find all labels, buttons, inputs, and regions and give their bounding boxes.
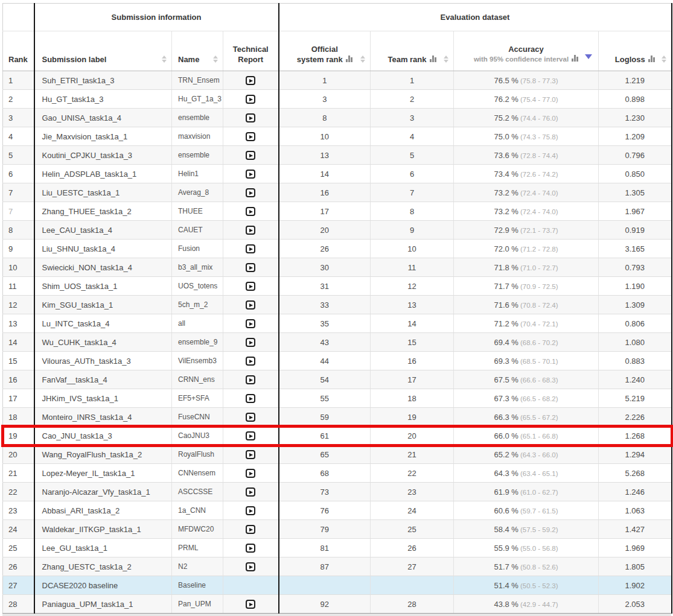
team-rank-cell — [371, 576, 454, 595]
technical-report-icon[interactable] — [246, 413, 255, 422]
technical-report-icon[interactable] — [246, 600, 255, 609]
technical-report-icon[interactable] — [246, 170, 255, 179]
column-header-logloss[interactable]: Logloss — [599, 31, 672, 71]
name-cell: TRN_Ensem — [172, 71, 223, 90]
official-system-rank-cell: 1 — [279, 71, 371, 90]
rank-cell: 22 — [3, 483, 34, 501]
submission-label-cell: Lu_INTC_task1a_4 — [34, 314, 172, 333]
accuracy-cell: 58.4 %(57.5 - 59.2) — [454, 520, 599, 539]
technical-report-icon[interactable] — [246, 525, 255, 534]
sort-descending-active-icon — [585, 54, 592, 59]
technical-report-icon[interactable] — [246, 244, 255, 253]
accuracy-cell: 55.9 %(55.0 - 56.8) — [454, 539, 599, 557]
technical-report-icon[interactable] — [246, 282, 255, 291]
submission-label-header-label: Submission label — [42, 55, 107, 64]
accuracy-cell: 76.2 %(75.4 - 77.0) — [454, 90, 599, 109]
technical-report-icon[interactable] — [246, 544, 255, 553]
official-system-rank-cell: 17 — [279, 202, 371, 221]
technical-report-icon[interactable] — [246, 487, 255, 497]
name-cell: Averag_8 — [172, 183, 223, 202]
team-rank-cell: 28 — [371, 595, 454, 614]
technical-report-cell — [223, 595, 279, 614]
confidence-interval: (72.4 - 74.0) — [520, 189, 558, 197]
accuracy-value: 43.8 % — [494, 600, 518, 609]
technical-report-icon[interactable] — [246, 375, 255, 384]
technical-report-icon[interactable] — [246, 226, 255, 235]
column-header-official-system-rank[interactable]: Official system rank — [279, 31, 371, 71]
technical-report-cell — [223, 109, 279, 127]
submission-label-cell: Zhang_UESTC_task1a_2 — [34, 557, 172, 576]
bar-chart-icon — [572, 55, 578, 62]
technical-report-icon[interactable] — [246, 469, 255, 478]
sort-carets-icon — [444, 56, 448, 63]
technical-report-icon[interactable] — [246, 188, 255, 197]
column-header-team-rank[interactable]: Team rank — [371, 31, 454, 71]
results-table: Submission information Evaluation datase… — [2, 3, 672, 614]
accuracy-value: 71.8 % — [494, 263, 518, 272]
technical-report-cell — [223, 483, 279, 501]
accuracy-value: 72.9 % — [494, 226, 518, 235]
technical-report-icon[interactable] — [246, 207, 255, 216]
team-rank-header-label: Team rank — [388, 55, 426, 64]
group-header-row: Submission information Evaluation datase… — [3, 4, 672, 31]
accuracy-value: 67.3 % — [494, 394, 518, 403]
column-header-submission-label[interactable]: Submission label — [34, 31, 172, 71]
column-header-name[interactable]: Name — [172, 31, 223, 71]
accuracy-value: 71.7 % — [494, 282, 518, 291]
logloss-cell: 1.969 — [599, 539, 672, 557]
technical-report-icon[interactable] — [246, 431, 255, 440]
confidence-interval: (65.1 - 66.8) — [520, 433, 558, 440]
rank-cell: 9 — [3, 240, 34, 258]
accuracy-value: 72.0 % — [494, 244, 518, 253]
accuracy-cell: 69.3 %(68.5 - 70.1) — [454, 352, 599, 370]
rank-cell: 21 — [3, 464, 34, 483]
technical-report-icon[interactable] — [246, 394, 255, 403]
team-rank-cell: 22 — [371, 464, 454, 483]
submission-label-cell: JHKim_IVS_task1a_1 — [34, 389, 172, 408]
accuracy-cell: 75.2 %(74.4 - 76.0) — [454, 109, 599, 127]
column-header-accuracy[interactable]: Accuracy with 95% confidence interval — [454, 31, 599, 71]
table-row: 7 Zhang_THUEE_task1a_2 THUEE 17 8 73.2 %… — [3, 202, 672, 221]
team-rank-cell: 11 — [371, 258, 454, 277]
accuracy-header-line1: Accuracy — [454, 44, 598, 54]
table-row: 11 Shim_UOS_task1a_1 UOS_totens 31 12 71… — [3, 277, 672, 296]
technical-report-icon[interactable] — [246, 357, 255, 366]
technical-report-icon[interactable] — [246, 76, 255, 85]
team-rank-cell: 3 — [371, 109, 454, 127]
team-rank-cell: 20 — [371, 427, 454, 445]
confidence-interval: (75.4 - 77.0) — [520, 96, 558, 103]
accuracy-value: 71.6 % — [494, 300, 518, 310]
accuracy-value: 73.2 % — [494, 188, 518, 197]
official-system-rank-cell — [279, 576, 371, 595]
name-cell: EF5+SFA — [172, 389, 223, 408]
name-cell: CNNensem — [172, 464, 223, 483]
technical-report-icon[interactable] — [246, 450, 255, 459]
submission-label-cell: Abbasi_ARI_task1a_2 — [34, 501, 172, 520]
submission-label-cell: Liu_UESTC_task1a_1 — [34, 183, 172, 202]
technical-report-icon[interactable] — [246, 113, 255, 122]
technical-report-icon[interactable] — [246, 319, 255, 328]
group-header-evaluation-dataset: Evaluation dataset — [279, 4, 672, 31]
column-header-technical-report: Technical Report — [223, 31, 279, 71]
official-system-rank-cell: 59 — [279, 408, 371, 427]
logloss-cell: 1.080 — [599, 333, 672, 352]
name-cell: CRNN_ens — [172, 370, 223, 389]
technical-report-icon[interactable] — [246, 132, 255, 141]
team-rank-cell: 12 — [371, 277, 454, 296]
technical-report-icon[interactable] — [246, 338, 255, 347]
technical-report-icon[interactable] — [246, 562, 255, 571]
confidence-interval: (70.8 - 72.4) — [520, 302, 558, 309]
technical-report-icon[interactable] — [246, 506, 255, 515]
logloss-cell: 1.240 — [599, 370, 672, 389]
technical-report-icon[interactable] — [246, 95, 255, 104]
official-system-rank-cell: 35 — [279, 314, 371, 333]
technical-report-icon[interactable] — [246, 300, 255, 310]
accuracy-value: 73.6 % — [494, 151, 518, 160]
official-system-rank-cell: 76 — [279, 501, 371, 520]
accuracy-value: 76.5 % — [494, 76, 518, 85]
name-cell: Hu_GT_1a_3 — [172, 90, 223, 109]
technical-report-icon[interactable] — [246, 151, 255, 160]
accuracy-cell: 69.4 %(68.6 - 70.2) — [454, 333, 599, 352]
submission-label-cell: Wu_CUHK_task1a_4 — [34, 333, 172, 352]
technical-report-icon[interactable] — [246, 263, 255, 272]
